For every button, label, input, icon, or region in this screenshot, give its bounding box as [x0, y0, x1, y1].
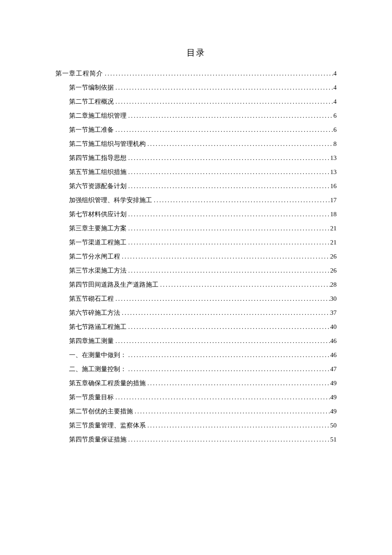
toc-entry[interactable]: 二、施工测量控制：47 — [69, 366, 337, 372]
toc-entry-label: 第四节质量保证措施 — [69, 436, 127, 443]
toc-entry[interactable]: 第四节施工指导思想13 — [69, 155, 337, 161]
toc-entry[interactable]: 第一节质量目标49 — [69, 394, 337, 401]
toc-dot-leader — [114, 127, 334, 133]
toc-entry-page: 26 — [330, 253, 337, 260]
toc-entry-page: 17 — [330, 197, 337, 203]
toc-entry-page: 4 — [334, 70, 337, 77]
toc-dot-leader — [127, 155, 330, 161]
toc-entry[interactable]: 第七节路涵工程施工40 — [69, 324, 337, 330]
toc-entry-page: 21 — [330, 225, 337, 232]
toc-entry[interactable]: 第三节水渠施工方法26 — [69, 267, 337, 274]
toc-entry-label: 第一节施工准备 — [69, 127, 114, 133]
toc-dot-leader — [103, 71, 334, 77]
toc-entry-label: 第一节编制依据 — [69, 84, 114, 91]
toc-dot-leader — [152, 198, 330, 203]
toc-entry-label: 第四节施工指导思想 — [69, 155, 127, 161]
toc-entry[interactable]: 第一章工程简介4 — [55, 70, 337, 77]
toc-entry[interactable]: 第六节碎施工方法37 — [69, 310, 337, 316]
toc-dot-leader — [127, 240, 330, 246]
toc-entry[interactable]: 第六节资源配备计划16 — [69, 183, 337, 189]
toc-entry-label: 第五章确保工程质量的措施 — [69, 380, 146, 386]
toc-entry-page: 40 — [330, 324, 337, 330]
toc-entry-page: 13 — [330, 155, 337, 161]
toc-entry-page: 26 — [330, 267, 337, 274]
toc-dot-leader — [127, 169, 330, 175]
toc-entry[interactable]: 第二章施工组织管理6 — [69, 113, 337, 119]
toc-entry-label: 第四节田间道路及生产道路施工 — [69, 282, 159, 288]
toc-entry-page: 30 — [330, 296, 337, 302]
toc-entry-label: 第一节质量目标 — [69, 394, 114, 401]
toc-entry-page: 13 — [330, 169, 337, 175]
toc-dot-leader — [159, 282, 330, 288]
toc-entry[interactable]: 第一节编制依据4 — [69, 84, 337, 91]
toc-entry[interactable]: 第三节质量管理、监察体系50 — [69, 422, 337, 429]
toc-title: 目录 — [55, 47, 337, 58]
toc-entry-label: 第三节水渠施工方法 — [69, 267, 127, 274]
toc-entry-page: 21 — [330, 239, 337, 246]
toc-entry-page: 49 — [330, 394, 337, 401]
toc-entry-label: 第二节分水闸工程 — [69, 253, 120, 260]
toc-entry-label: 第四章施工测量 — [69, 338, 114, 344]
toc-entry[interactable]: 第二节施工组织与管理机构8 — [69, 141, 337, 147]
toc-dot-leader — [127, 437, 330, 443]
toc-entry[interactable]: 第一节施工准备6 — [69, 127, 337, 133]
toc-dot-leader — [127, 268, 330, 274]
toc-dot-leader — [114, 296, 330, 302]
toc-entry-label: 第三节质量管理、监察体系 — [69, 422, 146, 429]
toc-dot-leader — [127, 226, 330, 232]
toc-dot-leader — [146, 423, 330, 429]
toc-dot-leader — [127, 113, 334, 119]
toc-entry[interactable]: 一、在测量中做到：46 — [69, 352, 337, 358]
toc-dot-leader — [114, 99, 334, 105]
toc-dot-leader — [146, 141, 334, 147]
toc-dot-leader — [127, 212, 330, 218]
toc-entry[interactable]: 第四节质量保证措施51 — [69, 436, 337, 443]
toc-entry[interactable]: 第二节分水闸工程26 — [69, 253, 337, 260]
toc-entry[interactable]: 第二节创优的主要措施49 — [69, 408, 337, 415]
toc-entry[interactable]: 第一节渠道工程施工21 — [69, 239, 337, 246]
toc-entry[interactable]: 第三章主要施工方案21 — [69, 225, 337, 232]
toc-dot-leader — [146, 381, 330, 386]
toc-entry-label: 第二节施工组织与管理机构 — [69, 141, 146, 147]
toc-entry-page: 6 — [334, 127, 337, 133]
toc-entry[interactable]: 第五章确保工程质量的措施49 — [69, 380, 337, 386]
toc-entry-page: 51 — [330, 436, 337, 443]
toc-entry-page: 46 — [330, 338, 337, 344]
toc-entry[interactable]: 第四节田间道路及生产道路施工28 — [69, 282, 337, 288]
toc-dot-leader — [120, 254, 330, 260]
toc-entry-page: 49 — [330, 380, 337, 386]
toc-entry-label: 第六节碎施工方法 — [69, 310, 120, 316]
document-page: 目录 第一章工程简介4第一节编制依据4第二节工程概况4第二章施工组织管理6第一节… — [0, 0, 392, 493]
toc-dot-leader — [114, 85, 334, 91]
toc-entry-label: 第三章主要施工方案 — [69, 225, 127, 232]
toc-entry-label: 第五节砌石工程 — [69, 296, 114, 302]
toc-entry-label: 第二节创优的主要措施 — [69, 408, 133, 415]
toc-entry-label: 第一节渠道工程施工 — [69, 239, 127, 246]
toc-entry-page: 18 — [330, 211, 337, 218]
toc-entry-label: 第六节资源配备计划 — [69, 183, 127, 189]
toc-entry-page: 4 — [334, 84, 337, 91]
toc-entry[interactable]: 加强组织管理、科学安排施工17 — [69, 197, 337, 203]
toc-entry-page: 50 — [330, 422, 337, 429]
toc-entry-page: 28 — [330, 282, 337, 288]
toc-entry-label: 第二节工程概况 — [69, 99, 114, 105]
toc-entry-page: 49 — [330, 408, 337, 415]
toc-entry-label: 加强组织管理、科学安排施工 — [69, 197, 152, 203]
toc-dot-leader — [127, 352, 330, 358]
toc-dot-leader — [114, 338, 330, 344]
toc-entry-label: 一、在测量中做到： — [69, 352, 127, 358]
toc-entry[interactable]: 第七节材料供应计划18 — [69, 211, 337, 218]
toc-dot-leader — [127, 183, 330, 189]
toc-entry[interactable]: 第二节工程概况4 — [69, 99, 337, 105]
toc-entry[interactable]: 第五节施工组织措施13 — [69, 169, 337, 175]
toc-entry-label: 二、施工测量控制： — [69, 366, 127, 372]
toc-entry-label: 第五节施工组织措施 — [69, 169, 127, 175]
toc-entry-page: 8 — [334, 141, 337, 147]
toc-entry-page: 6 — [334, 113, 337, 119]
toc-entry-page: 4 — [334, 99, 337, 105]
toc-dot-leader — [127, 324, 330, 330]
toc-entry-label: 第七节路涵工程施工 — [69, 324, 127, 330]
toc-entry[interactable]: 第四章施工测量46 — [69, 338, 337, 344]
toc-entry[interactable]: 第五节砌石工程30 — [69, 296, 337, 302]
toc-dot-leader — [127, 366, 330, 372]
